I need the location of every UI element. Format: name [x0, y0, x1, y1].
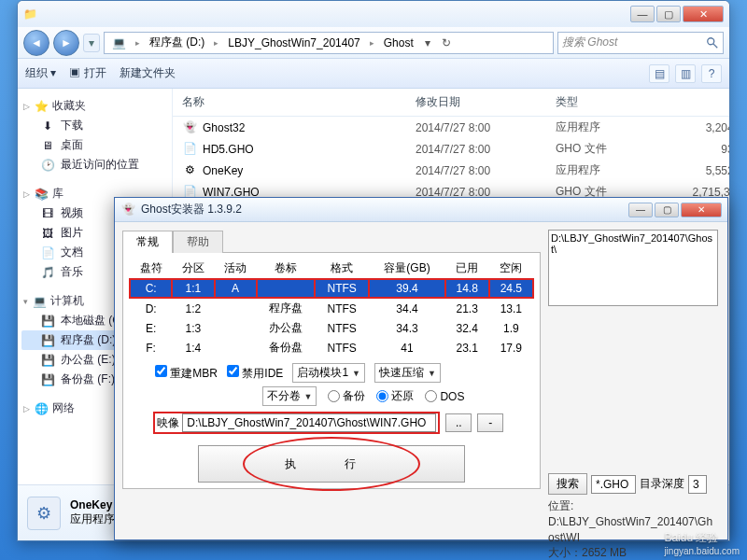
- explorer-titlebar[interactable]: 📁 — ▢ ✕: [18, 1, 729, 27]
- mode-restore-radio[interactable]: 还原: [376, 388, 414, 404]
- depth-input[interactable]: [688, 475, 707, 494]
- toolbar: 组织 ▾ ▣ 打开 新建文件夹 ▤ ▥ ?: [18, 59, 729, 89]
- compress-select[interactable]: 快速压缩▼: [374, 363, 441, 383]
- installer-titlebar[interactable]: 👻 Ghost安装器 1.3.9.2 — ▢ ✕: [115, 198, 727, 222]
- col-name[interactable]: 名称: [182, 94, 416, 110]
- nav-back-button[interactable]: ◄: [23, 30, 49, 56]
- help-button[interactable]: ?: [701, 64, 722, 83]
- close-button[interactable]: ✕: [681, 203, 722, 217]
- tab-panel: 盘符分区 活动卷标 格式容量(GB) 已用空闲 C:1:1ANTFS39.414…: [122, 252, 541, 489]
- search-button[interactable]: 搜索: [548, 473, 587, 495]
- new-folder-button[interactable]: 新建文件夹: [120, 65, 176, 81]
- disk-row[interactable]: F:1:4备份盘NTFS4123.117.9: [130, 338, 533, 357]
- desktop-icon: 🖥: [40, 138, 55, 153]
- file-row[interactable]: 📄HD5.GHO2014/7/27 8:00GHO 文件93 KB: [173, 138, 729, 160]
- path-textbox[interactable]: D:\LBJY_GhostWin7_201407\Ghost\: [548, 230, 718, 306]
- refresh-icon[interactable]: ↻: [438, 36, 455, 49]
- nav-forward-button[interactable]: ►: [53, 30, 79, 56]
- file-icon: 📄: [182, 142, 197, 157]
- video-icon: 🎞: [40, 206, 55, 221]
- view-options-button[interactable]: ▤: [649, 64, 669, 83]
- maximize-button[interactable]: ▢: [655, 203, 679, 217]
- breadcrumb[interactable]: 💻 ▸ 程序盘 (D:)▸ LBJY_GhostWin7_201407▸ Gho…: [104, 32, 554, 54]
- column-headers[interactable]: 名称 修改日期 类型 大小: [173, 89, 729, 117]
- disk-row[interactable]: D:1:2程序盘NTFS34.421.313.1: [130, 298, 533, 318]
- sidebar-group-favorites[interactable]: ▷⭐收藏夹: [21, 96, 168, 116]
- music-icon: 🎵: [40, 265, 55, 280]
- sidebar-item-desktop[interactable]: 🖥桌面: [21, 135, 168, 155]
- address-bar-row: ◄ ► ▾ 💻 ▸ 程序盘 (D:)▸ LBJY_GhostWin7_20140…: [18, 27, 729, 59]
- drive-icon: 💾: [40, 314, 55, 329]
- tab-help[interactable]: 帮助: [173, 231, 223, 253]
- file-icon: 👻: [182, 120, 197, 135]
- breadcrumb-item[interactable]: Ghost: [380, 36, 417, 49]
- file-row[interactable]: ⚙OneKey2014/7/27 8:00应用程序5,552 KB: [173, 160, 729, 181]
- file-modified: 2014/7/27 8:00: [416, 121, 556, 134]
- open-button[interactable]: ▣ 打开: [69, 65, 106, 81]
- tab-general[interactable]: 常规: [122, 231, 173, 253]
- minimize-button[interactable]: —: [630, 6, 655, 22]
- close-button[interactable]: ✕: [683, 6, 724, 22]
- file-row[interactable]: 👻Ghost322014/7/27 8:00应用程序3,204 KB: [173, 117, 729, 138]
- boot-module-select[interactable]: 启动模块1▼: [292, 363, 365, 383]
- pattern-input[interactable]: [591, 475, 636, 494]
- disable-ide-checkbox[interactable]: 禁用IDE: [227, 365, 283, 382]
- file-size: 93 KB: [668, 143, 729, 156]
- svg-line-1: [713, 43, 717, 47]
- file-size: 5,552 KB: [668, 164, 729, 177]
- maximize-button[interactable]: ▢: [656, 6, 681, 22]
- options-row-1: 重建MBR 禁用IDE 启动模块1▼ 快速压缩▼: [129, 363, 534, 383]
- breadcrumb-item[interactable]: 程序盘 (D:): [146, 35, 208, 50]
- document-icon: 📄: [40, 245, 55, 260]
- mode-backup-radio[interactable]: 备份: [328, 388, 365, 404]
- col-size[interactable]: 大小: [668, 94, 729, 110]
- file-size: 3,204 KB: [668, 121, 729, 134]
- disk-table: 盘符分区 活动卷标 格式容量(GB) 已用空闲 C:1:1ANTFS39.414…: [129, 259, 534, 357]
- execute-button[interactable]: 执 行: [198, 445, 465, 483]
- disk-header-row[interactable]: 盘符分区 活动卷标 格式容量(GB) 已用空闲: [130, 259, 533, 279]
- picture-icon: 🖼: [40, 226, 55, 241]
- ghost-installer-window: 👻 Ghost安装器 1.3.9.2 — ▢ ✕ 常规 帮助 盘符分区 活动卷标…: [114, 197, 728, 540]
- drive-icon: 💾: [40, 333, 55, 348]
- location-value: D:\LBJY_GhostWin7_201407\Ghost\WI: [548, 514, 718, 546]
- drive-icon: 💾: [40, 353, 55, 368]
- sidebar-item-recent[interactable]: 🕑最近访问的位置: [21, 155, 168, 175]
- disk-row[interactable]: C:1:1ANTFS39.414.824.5: [130, 279, 533, 298]
- minimize-button[interactable]: —: [628, 203, 653, 217]
- file-type-icon: ⚙: [27, 497, 61, 530]
- location-label: 位置:: [548, 498, 718, 514]
- file-modified: 2014/7/27 8:00: [416, 143, 556, 156]
- preview-pane-button[interactable]: ▥: [675, 64, 696, 83]
- drive-icon: 💾: [40, 372, 55, 387]
- browse-button[interactable]: ..: [445, 413, 472, 432]
- file-type: 应用程序: [556, 119, 668, 135]
- file-name: OneKey: [203, 164, 243, 177]
- file-modified: 2014/7/27 8:00: [416, 164, 556, 177]
- options-row-2: 不分卷▼ 备份 还原 DOS: [129, 386, 534, 406]
- nav-history-dropdown[interactable]: ▾: [83, 34, 100, 52]
- remove-button[interactable]: -: [477, 413, 503, 432]
- disk-row[interactable]: E:1:3办公盘NTFS34.332.41.9: [130, 318, 533, 338]
- right-panel: D:\LBJY_GhostWin7_201407\Ghost\ 搜索 目录深度 …: [548, 222, 727, 539]
- image-row: 映像 .. -: [129, 412, 534, 434]
- details-filename: OneKey: [70, 498, 112, 511]
- ghost-icon: 👻: [120, 203, 135, 217]
- installer-title-text: Ghost安装器 1.3.9.2: [141, 202, 242, 217]
- breadcrumb-item[interactable]: LBJY_GhostWin7_201407: [224, 36, 363, 49]
- breadcrumb-dropdown[interactable]: ▾: [419, 36, 436, 49]
- col-type[interactable]: 类型: [556, 94, 668, 110]
- computer-icon: 💻: [32, 294, 47, 309]
- col-modified[interactable]: 修改日期: [416, 94, 556, 110]
- tabs: 常规 帮助: [122, 230, 541, 252]
- repair-mbr-checkbox[interactable]: 重建MBR: [155, 365, 218, 382]
- search-input[interactable]: 搜索 Ghost: [557, 32, 724, 54]
- library-icon: 📚: [34, 187, 49, 202]
- nosplit-select[interactable]: 不分卷▼: [262, 386, 317, 406]
- computer-icon: 💻: [108, 36, 130, 49]
- network-icon: 🌐: [34, 401, 49, 416]
- file-name: HD5.GHO: [203, 143, 254, 156]
- image-path-input[interactable]: [182, 413, 436, 432]
- mode-dos-radio[interactable]: DOS: [425, 390, 464, 403]
- sidebar-item-downloads[interactable]: ⬇下载: [21, 116, 168, 135]
- organize-menu[interactable]: 组织 ▾: [25, 65, 56, 81]
